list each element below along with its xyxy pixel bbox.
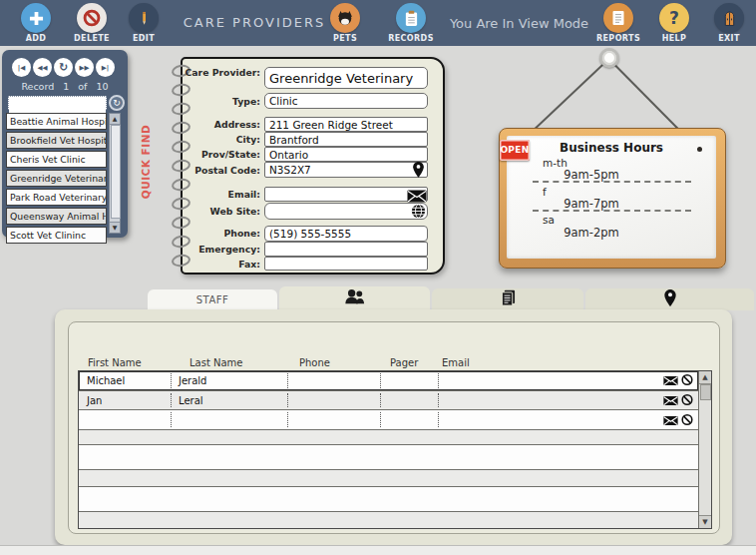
scrollbar-thumb[interactable] bbox=[111, 125, 121, 219]
refresh-record-icon[interactable]: ↻ bbox=[54, 58, 73, 77]
sign-peg bbox=[599, 48, 619, 68]
table-row[interactable]: Michael Jerald bbox=[79, 371, 698, 391]
records-button[interactable]: RECORDS bbox=[381, 3, 441, 43]
column-divider bbox=[287, 393, 288, 408]
list-item[interactable]: Park Road Veterinary Clinic bbox=[6, 189, 107, 206]
tab-staff-list[interactable] bbox=[279, 286, 430, 310]
phone-label: Phone: bbox=[183, 229, 260, 239]
first-name-cell[interactable]: Jan bbox=[87, 394, 102, 405]
care-provider-field[interactable] bbox=[264, 67, 428, 89]
table-row[interactable] bbox=[79, 430, 698, 445]
first-name-cell[interactable]: Michael bbox=[87, 375, 125, 386]
send-email-icon[interactable] bbox=[663, 371, 678, 390]
column-divider bbox=[438, 393, 439, 408]
app-window: ADD DELETE EDIT CARE PROVIDERS PETS RECO bbox=[0, 0, 756, 555]
edit-label: EDIT bbox=[133, 34, 155, 43]
question-icon: ? bbox=[659, 3, 689, 33]
table-scrollbar[interactable]: ▲ ▼ bbox=[698, 371, 711, 528]
block-icon[interactable] bbox=[681, 371, 693, 390]
globe-icon[interactable] bbox=[411, 204, 426, 223]
provider-list-scrollbar[interactable]: ▲ ▼ bbox=[109, 113, 121, 234]
add-button[interactable]: ADD bbox=[6, 3, 66, 43]
column-divider bbox=[438, 412, 439, 427]
postal-code-field[interactable] bbox=[264, 162, 428, 178]
scroll-up-icon[interactable]: ▲ bbox=[110, 114, 120, 125]
table-row[interactable]: Jan Leral bbox=[79, 391, 698, 411]
care-provider-form: Care Provider: Type: Address: City: Prov… bbox=[181, 57, 445, 275]
fax-field[interactable] bbox=[264, 257, 428, 271]
reports-button[interactable]: REPORTS bbox=[588, 3, 648, 43]
staff-rows: Michael Jerald Jan Leral bbox=[79, 371, 698, 528]
next-record-icon[interactable]: ▶▶ bbox=[75, 58, 94, 77]
last-name-cell[interactable]: Leral bbox=[179, 394, 203, 405]
send-email-icon[interactable] bbox=[663, 410, 678, 429]
last-record-icon[interactable]: ▶| bbox=[96, 58, 115, 77]
web-site-field[interactable] bbox=[264, 203, 428, 220]
delete-button[interactable]: DELETE bbox=[62, 3, 122, 43]
column-divider bbox=[438, 373, 439, 388]
hours-time: 9am-2pm bbox=[537, 226, 646, 240]
column-divider bbox=[171, 373, 172, 388]
location-pin-icon bbox=[664, 289, 676, 310]
table-row[interactable] bbox=[79, 445, 698, 471]
list-item[interactable]: Queensway Animal Hospital bbox=[6, 208, 107, 225]
list-item[interactable]: Cheris Vet Clinic bbox=[6, 151, 107, 168]
first-record-icon[interactable]: |◀ bbox=[12, 58, 31, 77]
list-item[interactable]: Greenridge Veterinary bbox=[6, 170, 107, 187]
list-item[interactable]: Brookfield Vet Hospital bbox=[6, 132, 107, 149]
previous-record-icon[interactable]: ◀◀ bbox=[33, 58, 52, 77]
hours-divider bbox=[533, 210, 691, 212]
row-actions bbox=[663, 390, 693, 409]
column-divider bbox=[171, 393, 172, 408]
list-item[interactable]: Beattie Animal Hospital bbox=[6, 113, 107, 130]
map-pin-icon[interactable] bbox=[413, 162, 424, 182]
column-header: Pager bbox=[390, 357, 418, 368]
table-row[interactable] bbox=[79, 470, 698, 487]
table-row[interactable] bbox=[79, 512, 698, 528]
care-provider-label: Care Provider: bbox=[183, 68, 260, 78]
tab-staff[interactable]: STAFF bbox=[148, 289, 277, 310]
provider-list: Beattie Animal Hospital Brookfield Vet H… bbox=[6, 113, 107, 244]
block-icon[interactable] bbox=[681, 410, 693, 429]
scroll-down-icon[interactable]: ▼ bbox=[110, 222, 120, 233]
last-name-cell[interactable]: Jerald bbox=[179, 375, 206, 386]
footer-strip bbox=[0, 545, 756, 555]
email-field[interactable] bbox=[264, 187, 428, 202]
add-label: ADD bbox=[26, 34, 47, 43]
pencil-icon bbox=[129, 3, 159, 33]
city-field[interactable] bbox=[264, 132, 428, 147]
prov-state-field[interactable] bbox=[264, 147, 428, 162]
hours-day: sa bbox=[543, 214, 555, 226]
table-row[interactable] bbox=[79, 410, 698, 430]
address-field[interactable] bbox=[264, 117, 428, 132]
delete-label: DELETE bbox=[74, 34, 110, 43]
scroll-up-icon[interactable]: ▲ bbox=[699, 371, 711, 384]
tab-documents[interactable] bbox=[432, 288, 583, 310]
toolbar: ADD DELETE EDIT CARE PROVIDERS PETS RECO bbox=[0, 0, 756, 46]
column-divider bbox=[287, 412, 288, 427]
block-icon[interactable] bbox=[681, 390, 693, 409]
tab-locations[interactable] bbox=[585, 288, 754, 310]
quick-find-icon[interactable]: ↻ bbox=[109, 95, 125, 111]
type-field[interactable] bbox=[264, 93, 428, 109]
scrollbar-thumb[interactable] bbox=[700, 384, 711, 400]
prov-state-label: Prov/State: bbox=[183, 150, 260, 160]
help-button[interactable]: ? HELP bbox=[644, 3, 704, 43]
exit-button[interactable]: EXIT bbox=[699, 3, 756, 43]
record-of: of bbox=[78, 81, 87, 92]
table-row[interactable] bbox=[79, 487, 698, 513]
pets-button[interactable]: PETS bbox=[315, 3, 375, 43]
scroll-down-icon[interactable]: ▼ bbox=[699, 515, 711, 528]
business-hours-title: Business Hours bbox=[527, 141, 696, 155]
list-item[interactable]: Scott Vet Clininc bbox=[6, 227, 107, 244]
hours-time: 9am-7pm bbox=[537, 197, 646, 211]
column-header: Email bbox=[442, 357, 470, 368]
reports-label: REPORTS bbox=[596, 34, 640, 43]
emergency-field[interactable] bbox=[264, 242, 428, 257]
record-counter: Record 1 of 10 bbox=[2, 81, 128, 92]
postal-code-label: Postal Code: bbox=[183, 166, 260, 176]
phone-field[interactable] bbox=[264, 226, 428, 242]
send-email-icon[interactable] bbox=[663, 390, 678, 409]
edit-button[interactable]: EDIT bbox=[114, 3, 174, 43]
plus-icon bbox=[21, 3, 51, 33]
